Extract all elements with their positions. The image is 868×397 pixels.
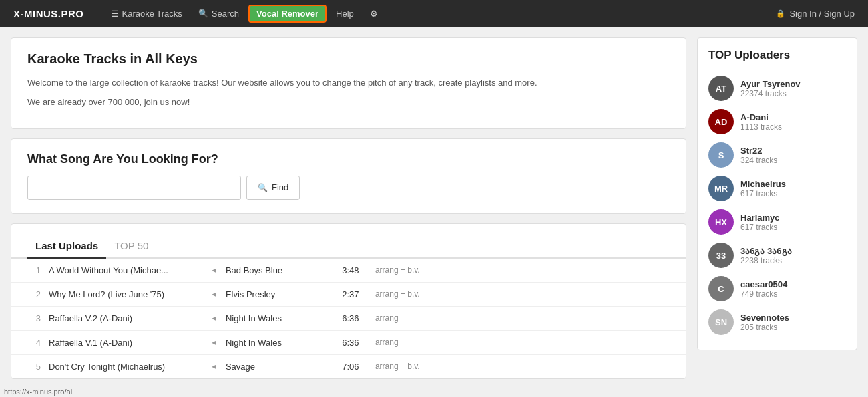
track-arrow-icon: ◄ bbox=[210, 290, 218, 298]
footer-url: https://x-minus.pro/ai bbox=[0, 386, 76, 390]
uploader-name: 3ა6გა 3ა6გა bbox=[740, 246, 792, 256]
track-artist: Elvis Presley bbox=[226, 289, 326, 299]
gear-icon: ⚙ bbox=[370, 9, 378, 19]
track-title: Raffaella V.1 (A-Dani) bbox=[49, 338, 202, 348]
header: X-MINUS.PRO ☰ Karaoke Tracks 🔍 Search Vo… bbox=[0, 0, 868, 27]
avatar: MR bbox=[708, 176, 734, 201]
track-arrow-icon: ◄ bbox=[210, 362, 218, 370]
uploader-name: caesar0504 bbox=[740, 279, 787, 289]
nav-karaoke-tracks[interactable]: ☰ Karaoke Tracks bbox=[104, 6, 189, 21]
table-row[interactable]: 5 Don't Cry Tonight (Michaelrus) ◄ Savag… bbox=[11, 355, 686, 378]
uploader-name: Michaelrus bbox=[740, 179, 786, 189]
uploader-name: Str22 bbox=[740, 146, 777, 156]
track-number: 1 bbox=[27, 265, 41, 275]
track-arrow-icon: ◄ bbox=[210, 266, 218, 274]
uploader-info: Michaelrus 617 tracks bbox=[740, 179, 786, 198]
uploader-item[interactable]: AD A-Dani 1113 tracks bbox=[708, 105, 846, 138]
avatar: HX bbox=[708, 209, 734, 235]
uploader-info: caesar0504 749 tracks bbox=[740, 279, 787, 299]
uploader-info: Str22 324 tracks bbox=[740, 146, 777, 165]
sidebar-title: TOP Uploaders bbox=[708, 49, 846, 62]
avatar: AD bbox=[708, 109, 734, 134]
track-number: 2 bbox=[27, 289, 41, 299]
avatar: C bbox=[708, 276, 734, 301]
track-artist: Savage bbox=[226, 362, 326, 372]
main-container: Karaoke Tracks in All Keys Welcome to th… bbox=[0, 27, 868, 390]
uploader-item[interactable]: AT Ayur Tsyrenov 22374 tracks bbox=[708, 72, 846, 105]
uploader-info: A-Dani 1113 tracks bbox=[740, 112, 782, 132]
table-row[interactable]: 2 Why Me Lord? (Live June '75) ◄ Elvis P… bbox=[11, 283, 686, 307]
uploader-item[interactable]: SN Sevennotes 205 tracks bbox=[708, 305, 846, 339]
table-row[interactable]: 3 Raffaella V.2 (A-Dani) ◄ Night In Wale… bbox=[11, 307, 686, 331]
lock-icon: 🔒 bbox=[776, 9, 785, 18]
uploader-info: Sevennotes 205 tracks bbox=[740, 313, 789, 332]
uploader-info: Harlamyc 617 tracks bbox=[740, 213, 780, 232]
search-card: What Song Are You Looking For? 🔍 Find bbox=[11, 138, 686, 214]
table-row[interactable]: 4 Raffaella V.1 (A-Dani) ◄ Night In Wale… bbox=[11, 331, 686, 355]
uploader-name: Ayur Tsyrenov bbox=[740, 79, 801, 89]
avatar: AT bbox=[708, 76, 734, 101]
uploaders-list: AT Ayur Tsyrenov 22374 tracks AD A-Dani … bbox=[708, 72, 846, 339]
avatar: S bbox=[708, 142, 734, 168]
track-tags: arrang + b.v. bbox=[375, 265, 670, 275]
hero-card: Karaoke Tracks in All Keys Welcome to th… bbox=[11, 37, 686, 129]
track-tags: arrang + b.v. bbox=[375, 289, 670, 299]
track-number: 4 bbox=[27, 338, 41, 348]
uploader-name: Harlamyc bbox=[740, 213, 780, 223]
nav-settings[interactable]: ⚙ bbox=[363, 6, 385, 21]
uploader-info: 3ა6გა 3ა6გა 2238 tracks bbox=[740, 246, 792, 265]
track-duration: 3:48 bbox=[334, 265, 367, 275]
sidebar-card: TOP Uploaders AT Ayur Tsyrenov 22374 tra… bbox=[697, 37, 857, 350]
tabs-row: Last Uploads TOP 50 bbox=[11, 224, 686, 259]
uploader-track-count: 22374 tracks bbox=[740, 89, 801, 98]
tracks-card: Last Uploads TOP 50 1 A World Without Yo… bbox=[11, 223, 686, 379]
auth-button[interactable]: 🔒 Sign In / Sign Up bbox=[776, 9, 855, 19]
table-row[interactable]: 1 A World Without You (Michae... ◄ Bad B… bbox=[11, 259, 686, 283]
find-button[interactable]: 🔍 Find bbox=[246, 176, 300, 200]
track-artist: Bad Boys Blue bbox=[226, 265, 326, 275]
main-nav: ☰ Karaoke Tracks 🔍 Search Vocal Remover … bbox=[104, 5, 763, 23]
tracks-list: 1 A World Without You (Michae... ◄ Bad B… bbox=[11, 259, 686, 378]
track-title: Why Me Lord? (Live June '75) bbox=[49, 289, 202, 299]
hero-description2: We are already over 700 000, join us now… bbox=[27, 96, 670, 110]
track-number: 3 bbox=[27, 313, 41, 323]
track-duration: 2:37 bbox=[334, 289, 367, 299]
uploader-item[interactable]: C caesar0504 749 tracks bbox=[708, 272, 846, 305]
uploader-item[interactable]: 33 3ა6გა 3ა6გა 2238 tracks bbox=[708, 239, 846, 272]
track-arrow-icon: ◄ bbox=[210, 314, 218, 322]
track-tags: arrang bbox=[375, 313, 670, 323]
nav-vocal-remover[interactable]: Vocal Remover bbox=[248, 5, 327, 23]
track-title: A World Without You (Michae... bbox=[49, 265, 202, 275]
uploader-track-count: 617 tracks bbox=[740, 189, 786, 198]
search-row: 🔍 Find bbox=[27, 176, 670, 200]
sidebar: TOP Uploaders AT Ayur Tsyrenov 22374 tra… bbox=[697, 37, 857, 379]
search-title: What Song Are You Looking For? bbox=[27, 152, 670, 166]
track-tags: arrang + b.v. bbox=[375, 362, 670, 371]
avatar: SN bbox=[708, 309, 734, 335]
content-area: Karaoke Tracks in All Keys Welcome to th… bbox=[11, 37, 686, 379]
track-artist: Night In Wales bbox=[226, 313, 326, 323]
track-tags: arrang bbox=[375, 338, 670, 347]
site-logo[interactable]: X-MINUS.PRO bbox=[13, 8, 84, 19]
uploader-item[interactable]: S Str22 324 tracks bbox=[708, 138, 846, 172]
track-title: Don't Cry Tonight (Michaelrus) bbox=[49, 362, 202, 372]
uploader-track-count: 2238 tracks bbox=[740, 256, 792, 265]
track-title: Raffaella V.2 (A-Dani) bbox=[49, 313, 202, 323]
uploader-item[interactable]: HX Harlamyc 617 tracks bbox=[708, 205, 846, 239]
nav-search[interactable]: 🔍 Search bbox=[192, 6, 246, 21]
tab-top-50[interactable]: TOP 50 bbox=[106, 235, 156, 259]
track-duration: 6:36 bbox=[334, 313, 367, 323]
uploader-track-count: 617 tracks bbox=[740, 223, 780, 232]
uploader-name: A-Dani bbox=[740, 112, 782, 122]
uploader-track-count: 205 tracks bbox=[740, 323, 789, 332]
hero-description1: Welcome to the large collection of karao… bbox=[27, 76, 670, 90]
search-input[interactable] bbox=[27, 176, 241, 200]
search-icon: 🔍 bbox=[198, 9, 208, 18]
menu-icon: ☰ bbox=[111, 9, 119, 19]
uploader-track-count: 324 tracks bbox=[740, 156, 777, 165]
tab-last-uploads[interactable]: Last Uploads bbox=[27, 235, 106, 259]
track-duration: 7:06 bbox=[334, 362, 367, 372]
uploader-item[interactable]: MR Michaelrus 617 tracks bbox=[708, 172, 846, 205]
nav-help[interactable]: Help bbox=[329, 6, 361, 21]
track-number: 5 bbox=[27, 362, 41, 372]
